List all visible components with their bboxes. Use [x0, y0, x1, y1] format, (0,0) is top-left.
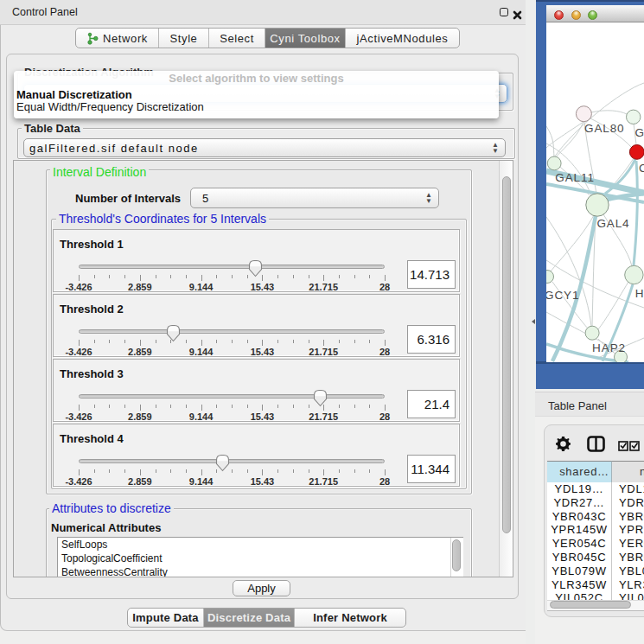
svg-text:GCY1: GCY1 — [546, 289, 579, 302]
svg-text:GAL11: GAL11 — [555, 171, 595, 184]
svg-text:GAL4: GAL4 — [596, 217, 629, 230]
svg-text:CYC8: CYC8 — [639, 162, 644, 175]
svg-text:HAP2: HAP2 — [592, 341, 626, 354]
svg-text:GAL3: GAL3 — [635, 126, 644, 139]
svg-text:HAP4: HAP4 — [635, 287, 644, 300]
svg-text:GAL80: GAL80 — [584, 122, 625, 135]
